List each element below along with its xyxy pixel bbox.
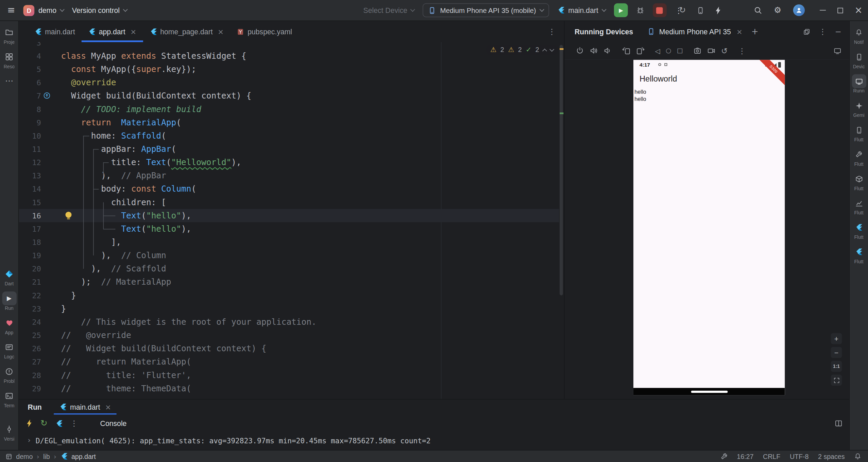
code-line-26[interactable]: 26// Widget build(BuildContext context) … xyxy=(19,342,564,355)
file-encoding[interactable]: UTF-8 xyxy=(790,452,809,460)
line-number[interactable]: 6 xyxy=(19,76,41,89)
line-ending[interactable]: CRLF xyxy=(763,452,780,460)
line-number[interactable]: 18 xyxy=(19,235,41,249)
zoom-in-button[interactable]: + xyxy=(831,333,842,344)
right-stripe-item-notifications[interactable]: Notif xyxy=(852,25,866,45)
code-line-19[interactable]: 19 ), // Column xyxy=(19,249,564,262)
home-icon[interactable]: ○ xyxy=(666,48,671,54)
code-line-22[interactable]: 22 } xyxy=(19,289,564,302)
prev-problem-icon[interactable] xyxy=(542,48,547,53)
panel-options-icon[interactable]: ⋮ xyxy=(819,28,827,36)
code-line-29[interactable]: 29// theme: ThemeData( xyxy=(19,382,564,395)
right-stripe-item-flutter-packages[interactable]: Flutt xyxy=(852,172,866,191)
zoom-fit-button[interactable] xyxy=(831,375,842,386)
code-line-8[interactable]: 8 // TODO: implement build xyxy=(19,103,564,116)
select-device-dropdown[interactable]: Select Device xyxy=(363,6,415,14)
editor-tab-home_page-dart[interactable]: home_page.dart× xyxy=(143,21,231,42)
console-tab[interactable]: Console xyxy=(100,419,127,427)
gradle-sync-icon[interactable]: ↻ xyxy=(679,6,686,14)
record-icon[interactable] xyxy=(707,47,715,55)
code-line-6[interactable]: 6 @override xyxy=(19,76,564,89)
left-stripe-item-version-control[interactable]: Versi xyxy=(2,422,16,442)
line-number[interactable]: 20 xyxy=(19,262,41,276)
editor-tab-main-dart[interactable]: main.dart xyxy=(28,21,82,42)
left-stripe-item-dart-analysis[interactable]: Dart xyxy=(2,267,16,286)
rotate-right-icon[interactable] xyxy=(636,47,644,55)
line-number[interactable]: 29 xyxy=(19,382,41,395)
line-number[interactable]: 26 xyxy=(19,342,41,355)
change-stripe-mark[interactable] xyxy=(560,112,563,114)
code-line-23[interactable]: 23} xyxy=(19,302,564,315)
left-stripe-item-more-tool-windows[interactable]: ⋯ xyxy=(2,74,16,88)
code-editor[interactable]: 34class MyApp extends StatelessWidget {5… xyxy=(19,42,564,399)
wrench-icon[interactable] xyxy=(720,453,727,460)
inspections-widget[interactable]: ⚠2 ⚠2 ✓2 xyxy=(487,45,558,55)
code-line-28[interactable]: 28// title: 'Flutter', xyxy=(19,369,564,382)
line-number[interactable]: 4 xyxy=(19,49,41,63)
line-number[interactable]: 5 xyxy=(19,63,41,76)
phone-nav-bar[interactable] xyxy=(633,388,785,395)
editor-scrollbar[interactable] xyxy=(560,45,563,295)
code-line-24[interactable]: 24 // This widget is the root of your ap… xyxy=(19,315,564,328)
code-line-9[interactable]: 9 return MaterialApp( xyxy=(19,116,564,129)
code-line-12[interactable]: 12 title: Text("Helloworld"), xyxy=(19,156,564,169)
project-selector[interactable]: D demo xyxy=(23,5,64,16)
hide-panel-icon[interactable]: − xyxy=(835,28,841,36)
power-icon[interactable] xyxy=(576,47,584,55)
intention-bulb-icon[interactable] xyxy=(65,212,71,218)
right-stripe-item-device-manager[interactable]: Devic xyxy=(852,50,866,69)
volume-down-icon[interactable] xyxy=(603,47,612,55)
tab-options-icon[interactable]: ⋮ xyxy=(548,28,556,36)
right-stripe-item-flutter-devtools[interactable]: Flutt xyxy=(852,220,866,240)
split-panel-icon[interactable] xyxy=(835,420,843,427)
line-number[interactable]: 17 xyxy=(19,222,41,235)
code-line-7[interactable]: 7 Widget build(BuildContext context) { xyxy=(19,89,564,103)
right-stripe-item-flutter-performance[interactable]: Flutt xyxy=(852,196,866,215)
code-line-13[interactable]: 13 ), // AppBar xyxy=(19,169,564,182)
console-output[interactable]: D/EGL_emulation( 4625): app_time_stats: … xyxy=(36,437,431,445)
hot-reload-icon[interactable] xyxy=(26,420,33,427)
line-number[interactable]: 13 xyxy=(19,169,41,182)
left-stripe-item-logcat[interactable]: Logc xyxy=(2,340,16,360)
left-stripe-item-run[interactable]: ▶Run xyxy=(2,291,16,311)
more-console-options-icon[interactable]: ⋮ xyxy=(70,420,78,427)
code-line-16[interactable]: 16 Text("hello"), xyxy=(19,209,559,222)
window-maximize-button[interactable] xyxy=(837,7,843,13)
phone-screen[interactable]: 4:17 3G S300 Helloworld hello hello xyxy=(633,60,785,395)
right-stripe-item-flutter-property[interactable]: Flutt xyxy=(852,245,866,264)
line-number[interactable]: 9 xyxy=(19,116,41,129)
code-line-18[interactable]: 18 ], xyxy=(19,235,564,249)
main-menu-icon[interactable]: ≡ xyxy=(7,5,15,15)
search-icon[interactable] xyxy=(754,6,762,14)
run-button[interactable]: ▶ xyxy=(614,3,628,17)
device-tab[interactable]: Medium Phone API 35 × xyxy=(647,28,742,36)
code-line-4[interactable]: 4class MyApp extends StatelessWidget { xyxy=(19,49,564,63)
line-number[interactable]: 27 xyxy=(19,355,41,369)
line-number[interactable]: 21 xyxy=(19,276,41,289)
line-number[interactable]: 28 xyxy=(19,369,41,382)
hot-restart-icon[interactable]: ↻ xyxy=(40,419,48,427)
line-number[interactable]: 24 xyxy=(19,315,41,328)
window-close-button[interactable]: × xyxy=(854,5,862,15)
editor-tab-pubspec-yaml[interactable]: pubspec.yaml xyxy=(231,21,299,42)
console-expand-icon[interactable]: › xyxy=(28,437,31,444)
breadcrumb[interactable]: app.dart xyxy=(71,452,96,460)
code-line-27[interactable]: 27// return MaterialApp( xyxy=(19,355,564,369)
code-line-25[interactable]: 25// @override xyxy=(19,328,564,342)
overview-icon[interactable]: □ xyxy=(677,48,683,54)
line-number[interactable]: 25 xyxy=(19,328,41,342)
code-line-20[interactable]: 20 ), // Scaffold xyxy=(19,262,564,276)
code-line-11[interactable]: 11 appBar: AppBar( xyxy=(19,142,564,156)
window-minimize-button[interactable] xyxy=(820,10,826,11)
code-line-5[interactable]: 5 const MyApp({super.key}); xyxy=(19,63,564,76)
user-avatar[interactable] xyxy=(793,4,804,16)
editor-tab-app-dart[interactable]: app.dart× xyxy=(82,21,143,42)
device-manager-icon[interactable] xyxy=(696,6,704,14)
line-number[interactable]: 8 xyxy=(19,103,41,116)
indent-setting[interactable]: 2 spaces xyxy=(818,452,845,460)
devtools-icon[interactable] xyxy=(55,420,62,427)
float-window-icon[interactable] xyxy=(803,28,811,35)
code-line-17[interactable]: 17 Text("hello"), xyxy=(19,222,564,235)
left-stripe-item-terminal[interactable]: Term xyxy=(2,389,16,408)
close-icon[interactable]: × xyxy=(218,28,224,35)
